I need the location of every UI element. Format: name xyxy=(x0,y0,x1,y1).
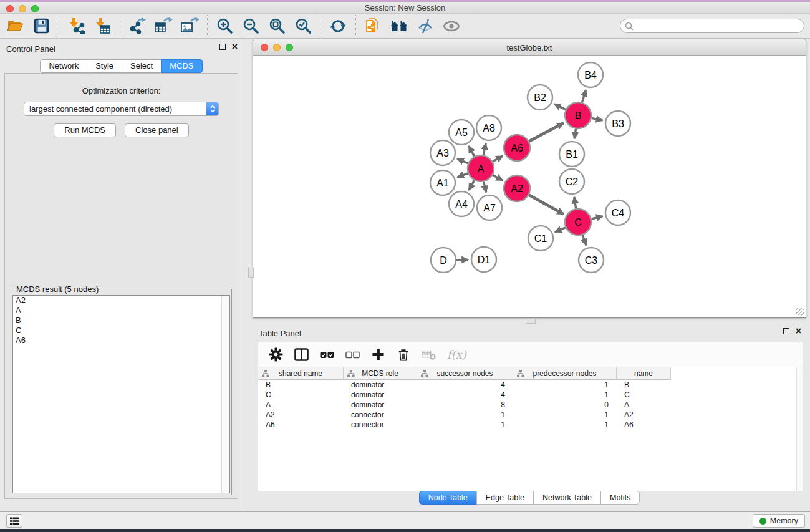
cell-successor-nodes[interactable]: 1 xyxy=(417,420,513,430)
mcds-result-item[interactable]: A xyxy=(13,306,229,316)
cell-predecessor-nodes[interactable]: 1 xyxy=(513,420,617,430)
cell-successor-nodes[interactable]: 1 xyxy=(417,410,513,420)
export-table-icon[interactable] xyxy=(152,16,175,37)
mcds-result-list[interactable]: A2ABCA6 xyxy=(12,295,230,493)
cell-name[interactable]: A xyxy=(617,400,671,410)
network-window-titlebar[interactable]: testGlobe.txt xyxy=(253,39,806,56)
table-panel-title: Table Panel xyxy=(259,329,301,338)
mcds-result-item[interactable]: C xyxy=(13,326,229,336)
network-overview-icon[interactable] xyxy=(388,16,410,37)
network-from-selection-icon[interactable] xyxy=(362,16,384,37)
svg-text:D1: D1 xyxy=(478,254,491,265)
column-layout-icon[interactable] xyxy=(294,347,309,363)
criterion-dropdown[interactable]: largest connected component (directed) xyxy=(24,102,219,116)
tab-node-table[interactable]: Node Table xyxy=(419,491,477,505)
cell-predecessor-nodes[interactable]: 1 xyxy=(513,390,617,400)
column-header-successor-nodes[interactable]: successor nodes xyxy=(417,367,513,380)
close-panel-button[interactable]: Close panel xyxy=(125,123,189,137)
memory-button[interactable]: Memory xyxy=(753,514,805,528)
export-network-icon[interactable] xyxy=(126,16,148,37)
zoom-selected-icon[interactable] xyxy=(292,16,314,37)
cell-MCDS-role[interactable]: connector xyxy=(344,410,417,420)
import-table-icon[interactable] xyxy=(91,16,113,37)
network-graph[interactable]: AA1A2A3A4A5A6A7A8BB1B2B3B4CC1C2C3C4DD1 xyxy=(253,56,806,317)
cell-predecessor-nodes[interactable]: 1 xyxy=(513,380,617,390)
table-row[interactable]: Adominator80A xyxy=(258,400,803,410)
tab-select[interactable]: Select xyxy=(122,59,162,73)
delete-column-icon[interactable] xyxy=(396,347,411,363)
cell-MCDS-role[interactable]: dominator xyxy=(344,390,417,400)
clear-table-icon[interactable] xyxy=(422,347,436,363)
cell-name[interactable]: B xyxy=(617,380,671,390)
save-session-icon[interactable] xyxy=(30,16,52,37)
cell-shared-name[interactable]: A2 xyxy=(258,410,344,420)
table-row[interactable]: A2connector11A2 xyxy=(258,410,803,420)
window-resize-grip[interactable] xyxy=(796,308,804,316)
zoom-out-icon[interactable] xyxy=(239,16,262,37)
mcds-result-item[interactable]: A2 xyxy=(13,296,229,306)
cell-successor-nodes[interactable]: 8 xyxy=(417,400,513,410)
memory-status-icon xyxy=(759,518,766,525)
svg-text:C4: C4 xyxy=(612,208,625,218)
table-scrollbar[interactable] xyxy=(796,367,803,491)
tab-style[interactable]: Style xyxy=(87,59,122,73)
cell-MCDS-role[interactable]: dominator xyxy=(344,400,417,410)
mcds-list-scrollbar[interactable] xyxy=(221,296,229,493)
run-mcds-button[interactable]: Run MCDS xyxy=(54,123,116,137)
mcds-result-item[interactable]: A6 xyxy=(13,336,229,346)
search-field[interactable] xyxy=(620,19,804,33)
zoom-in-icon[interactable] xyxy=(213,16,236,37)
control-panel-header: Control Panel × xyxy=(0,39,243,57)
cell-name[interactable]: C xyxy=(617,390,671,400)
deselect-all-icon[interactable] xyxy=(345,347,360,363)
import-network-icon[interactable] xyxy=(65,16,87,37)
export-image-icon[interactable] xyxy=(178,16,201,37)
cell-shared-name[interactable]: A6 xyxy=(258,420,344,430)
table-row[interactable]: A6connector11A6 xyxy=(258,420,803,430)
network-canvas[interactable]: AA1A2A3A4A5A6A7A8BB1B2B3B4CC1C2C3C4DD1 xyxy=(253,56,806,317)
horizontal-splitter-handle[interactable] xyxy=(526,319,536,324)
close-panel-icon[interactable]: × xyxy=(232,44,238,50)
column-header-MCDS-role[interactable]: MCDS role xyxy=(344,367,417,380)
tab-edge-table[interactable]: Edge Table xyxy=(476,491,534,505)
tab-network-table[interactable]: Network Table xyxy=(533,491,601,505)
show-graphics-details-icon[interactable] xyxy=(440,16,463,37)
cell-name[interactable]: A2 xyxy=(617,410,671,420)
close-table-panel-icon[interactable]: × xyxy=(796,328,801,334)
cell-shared-name[interactable]: A xyxy=(258,400,344,410)
table-row[interactable]: Bdominator41B xyxy=(258,380,803,390)
cell-shared-name[interactable]: C xyxy=(258,390,344,400)
cell-successor-nodes[interactable]: 4 xyxy=(417,380,513,390)
vertical-splitter-handle[interactable] xyxy=(248,268,254,278)
tab-mcds[interactable]: MCDS xyxy=(161,59,202,73)
tab-motifs[interactable]: Motifs xyxy=(600,491,640,505)
hide-graphics-details-icon[interactable] xyxy=(414,16,436,37)
cell-predecessor-nodes[interactable]: 0 xyxy=(513,400,617,410)
cell-shared-name[interactable]: B xyxy=(258,380,344,390)
search-input[interactable] xyxy=(637,22,793,31)
column-header-predecessor-nodes[interactable]: predecessor nodes xyxy=(513,367,617,380)
column-header-shared-name[interactable]: shared name xyxy=(258,367,344,380)
cell-name[interactable]: A6 xyxy=(617,420,671,430)
function-builder-icon[interactable]: f(x) xyxy=(447,348,466,361)
window-titlebar: Session: New Session xyxy=(0,0,810,14)
titlebar-accent-strip xyxy=(0,0,810,2)
tab-network[interactable]: Network xyxy=(40,59,87,73)
mcds-result-item[interactable]: B xyxy=(13,316,229,326)
float-panel-icon[interactable] xyxy=(219,44,226,50)
settings-gear-icon[interactable] xyxy=(268,347,283,363)
open-file-icon[interactable] xyxy=(4,16,26,37)
column-header-name[interactable]: name xyxy=(617,367,671,380)
apply-layout-icon[interactable] xyxy=(327,16,349,37)
float-table-panel-icon[interactable] xyxy=(783,328,789,334)
task-history-button[interactable] xyxy=(6,514,22,528)
svg-text:B1: B1 xyxy=(566,149,578,160)
add-column-icon[interactable] xyxy=(370,347,385,363)
select-all-icon[interactable] xyxy=(319,347,334,363)
cell-MCDS-role[interactable]: dominator xyxy=(344,380,417,390)
cell-predecessor-nodes[interactable]: 1 xyxy=(513,410,617,420)
zoom-fit-icon[interactable] xyxy=(266,16,288,37)
table-row[interactable]: Cdominator41C xyxy=(258,390,803,400)
cell-successor-nodes[interactable]: 4 xyxy=(417,390,513,400)
cell-MCDS-role[interactable]: connector xyxy=(344,420,417,430)
